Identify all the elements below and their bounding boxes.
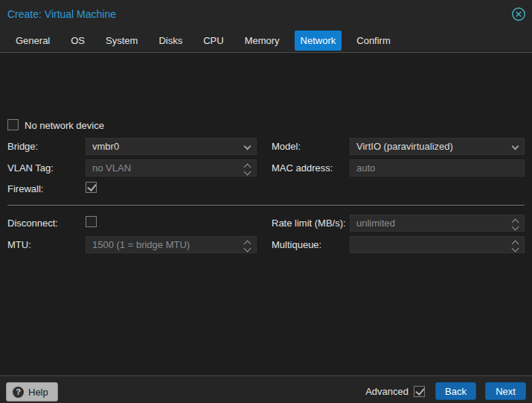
- mac-address-label: MAC address:: [272, 162, 333, 174]
- tab-memory[interactable]: Memory: [239, 31, 286, 51]
- mtu-spinner[interactable]: [86, 236, 257, 253]
- mac-address-input[interactable]: [350, 160, 524, 176]
- model-combobox[interactable]: [350, 138, 525, 155]
- tab-os[interactable]: OS: [65, 31, 91, 51]
- network-tab-panel: No network device Bridge: Model: VLAN Ta…: [0, 54, 532, 375]
- advanced-label: Advanced: [365, 386, 408, 397]
- rate-limit-spinner[interactable]: [350, 215, 525, 232]
- tab-network[interactable]: Network: [295, 31, 342, 51]
- tab-general[interactable]: General: [10, 31, 56, 51]
- spinner-arrows-icon[interactable]: [512, 239, 519, 252]
- wizard-tabbar: General OS System Disks CPU Memory Netwo…: [0, 28, 532, 53]
- create-vm-dialog: Create: Virtual Machine General OS Syste…: [0, 0, 532, 403]
- spinner-arrows-icon[interactable]: [244, 239, 251, 252]
- next-button[interactable]: Next: [485, 382, 526, 400]
- mtu-label: MTU:: [7, 239, 31, 250]
- back-button[interactable]: Back: [435, 382, 476, 400]
- model-label: Model:: [272, 141, 301, 152]
- disconnect-label: Disconnect:: [7, 218, 58, 229]
- vlan-tag-input[interactable]: [86, 160, 256, 176]
- tab-cpu[interactable]: CPU: [197, 31, 229, 51]
- advanced-checkbox[interactable]: [414, 386, 425, 397]
- tab-disks[interactable]: Disks: [153, 31, 188, 51]
- disconnect-checkbox[interactable]: [86, 216, 97, 227]
- close-icon[interactable]: [511, 7, 526, 22]
- dialog-footer: ? Help Advanced Back Next: [0, 375, 532, 403]
- mac-address-field[interactable]: [350, 159, 525, 177]
- firewall-checkbox[interactable]: [86, 182, 97, 193]
- firewall-label: Firewall:: [7, 183, 43, 194]
- help-button-label: Help: [28, 387, 48, 398]
- spinner-arrows-icon[interactable]: [244, 162, 251, 175]
- bridge-combobox[interactable]: [86, 138, 257, 155]
- mtu-input[interactable]: [86, 237, 256, 253]
- no-network-device-checkbox[interactable]: [7, 119, 19, 130]
- no-network-device-label: No network device: [25, 120, 104, 131]
- rate-limit-label: Rate limit (MB/s):: [272, 218, 346, 229]
- vlan-tag-label: VLAN Tag:: [7, 162, 54, 174]
- multiqueue-spinner[interactable]: [350, 236, 525, 253]
- bridge-input[interactable]: [86, 139, 256, 154]
- rate-limit-input[interactable]: [350, 215, 524, 231]
- multiqueue-label: Multiqueue:: [272, 239, 321, 250]
- tab-confirm[interactable]: Confirm: [350, 31, 397, 51]
- bridge-label: Bridge:: [7, 141, 38, 152]
- multiqueue-input[interactable]: [350, 237, 524, 253]
- tab-system[interactable]: System: [100, 31, 144, 51]
- dialog-titlebar: Create: Virtual Machine: [0, 0, 532, 28]
- help-button[interactable]: ? Help: [6, 382, 58, 402]
- dialog-title: Create: Virtual Machine: [7, 8, 116, 20]
- vlan-tag-spinner[interactable]: [86, 159, 257, 177]
- question-mark-icon: ?: [13, 387, 24, 398]
- model-input[interactable]: [350, 139, 524, 154]
- section-divider: [7, 205, 525, 206]
- spinner-arrows-icon[interactable]: [512, 218, 519, 230]
